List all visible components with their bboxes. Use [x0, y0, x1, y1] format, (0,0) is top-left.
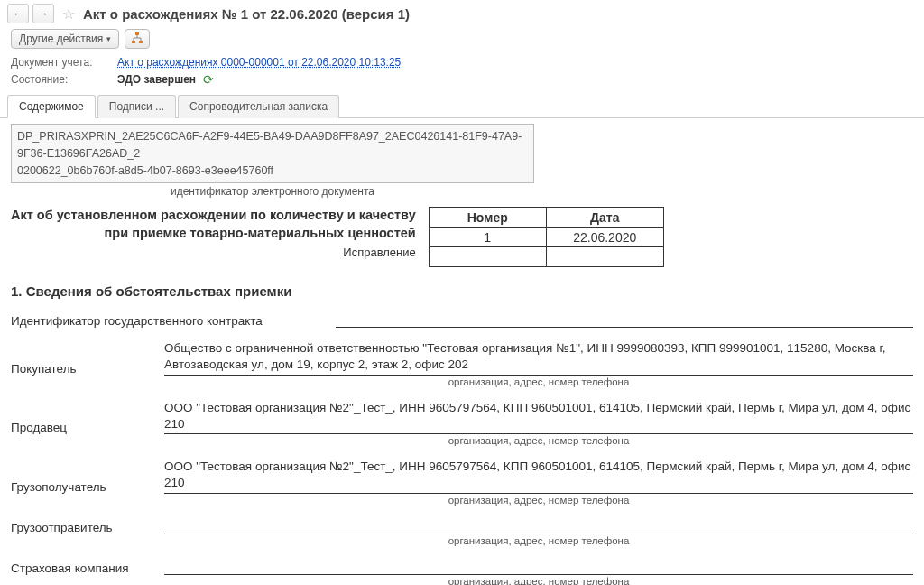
chevron-down-icon: ▾	[106, 34, 111, 43]
structure-button[interactable]	[125, 29, 150, 49]
seller-caption: организация, адрес, номер телефона	[164, 435, 913, 446]
section-1-heading: 1. Сведения об обстоятельствах приемки	[11, 283, 913, 299]
nav-back-button[interactable]: ←	[7, 4, 29, 23]
identifier-line1: DP_PRIRASXPRIN_2AE25C6CA6F-A2F9-44E5-BA4…	[17, 128, 528, 162]
insurance-value	[164, 559, 913, 575]
doc-correction-label: Исправление	[11, 246, 421, 259]
date-value: 22.06.2020	[546, 228, 663, 247]
document-identifier-box: DP_PRIRASXPRIN_2AE25C6CA6F-A2F9-44E5-BA4…	[11, 124, 534, 183]
doc-accounting-link[interactable]: Акт о расхождениях 0000-000001 от 22.06.…	[117, 56, 401, 69]
buyer-caption: организация, адрес, номер телефона	[164, 376, 913, 387]
shipper-caption: организация, адрес, номер телефона	[164, 535, 913, 546]
shipper-label: Грузоотправитель	[11, 521, 164, 534]
tab-content[interactable]: Содержимое	[7, 95, 96, 118]
identifier-line2: 0200622_0b6b760f-a8d5-4b07-8693-e3eee457…	[17, 162, 528, 180]
num-value: 1	[429, 228, 546, 247]
shipper-value	[164, 518, 913, 534]
correction-num-cell	[429, 247, 546, 267]
identifier-caption: идентификатор электронного документа	[11, 185, 534, 198]
other-actions-dropdown[interactable]: Другие действия ▾	[11, 29, 119, 49]
insurance-label: Страховая компания	[11, 562, 164, 575]
page-title: Акт о расхождениях № 1 от 22.06.2020 (ве…	[83, 6, 410, 22]
buyer-label: Покупатель	[11, 362, 164, 376]
hierarchy-icon	[131, 32, 143, 45]
insurance-caption: организация, адрес, номер телефона	[164, 576, 913, 585]
tab-signatures[interactable]: Подписи ...	[97, 95, 176, 118]
tabs: Содержимое Подписи ... Сопроводительная …	[0, 94, 924, 118]
doc-title-line1: Акт об установленном расхождении по коли…	[11, 207, 416, 225]
consignee-value: ООО "Тестовая организация №2"_Тест_, ИНН…	[164, 459, 913, 493]
consignee-label: Грузополучатель	[11, 480, 164, 494]
other-actions-label: Другие действия	[19, 32, 103, 45]
doc-title-line2: при приемке товарно-материальных ценност…	[11, 225, 416, 243]
status-value: ЭДО завершен	[117, 73, 196, 86]
refresh-icon[interactable]: ⟳	[203, 72, 214, 87]
arrow-left-icon: ←	[14, 8, 23, 19]
svg-rect-1	[132, 41, 135, 43]
correction-date-cell	[546, 247, 663, 267]
gov-contract-label: Идентификатор государственного контракта	[11, 314, 336, 328]
nav-forward-button[interactable]: →	[32, 4, 54, 23]
buyer-value: Общество с ограниченной ответственностью…	[164, 340, 913, 375]
favorite-star-icon[interactable]: ☆	[60, 5, 78, 23]
number-date-table: Номер Дата 1 22.06.2020	[429, 207, 664, 267]
tab-cover-note[interactable]: Сопроводительная записка	[178, 95, 339, 118]
status-label: Состояние:	[11, 73, 110, 86]
consignee-caption: организация, адрес, номер телефона	[164, 495, 913, 506]
doc-main-title: Акт об установленном расхождении по коли…	[11, 207, 421, 242]
svg-rect-2	[139, 41, 143, 43]
arrow-right-icon: →	[39, 8, 49, 19]
date-header: Дата	[546, 208, 663, 228]
doc-accounting-label: Документ учета:	[11, 56, 110, 69]
num-header: Номер	[429, 208, 546, 228]
seller-value: ООО "Тестовая организация №2"_Тест_, ИНН…	[164, 400, 913, 434]
svg-rect-0	[135, 32, 139, 35]
seller-label: Продавец	[11, 421, 164, 434]
gov-contract-value	[336, 311, 913, 328]
